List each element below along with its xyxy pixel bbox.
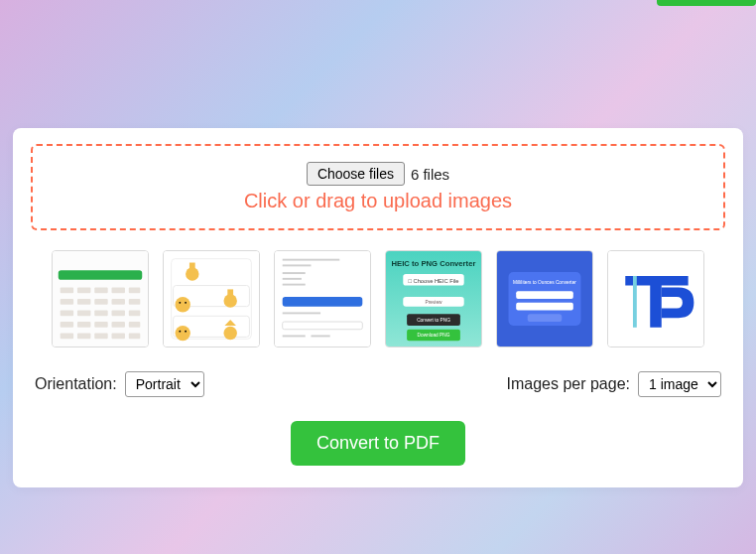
thumbnail-item[interactable]: [274, 250, 371, 347]
svg-rect-48: [283, 297, 363, 307]
svg-point-41: [223, 327, 236, 340]
svg-text:Milliliters to Ounces Converte: Milliliters to Ounces Converter: [513, 280, 576, 285]
svg-rect-51: [283, 335, 306, 337]
converter-panel: Choose files 6 files Click or drag to up…: [13, 128, 743, 487]
svg-point-38: [176, 326, 190, 341]
svg-text:HEIC to PNG Converter: HEIC to PNG Converter: [392, 259, 476, 268]
svg-point-40: [185, 331, 187, 333]
thumbnail-item[interactable]: HEIC to PNG Converter □ Choose HEIC File…: [385, 250, 482, 347]
svg-rect-49: [283, 312, 320, 314]
svg-rect-22: [61, 334, 73, 340]
svg-rect-70: [633, 276, 637, 328]
svg-rect-4: [94, 287, 107, 293]
thumbnail-image: Milliliters to Ounces Converter: [497, 251, 592, 346]
svg-rect-47: [283, 284, 306, 286]
svg-rect-67: [516, 303, 573, 311]
thumbnail-item[interactable]: Milliliters to Ounces Converter: [496, 250, 593, 347]
svg-rect-19: [94, 322, 107, 328]
choose-files-button[interactable]: Choose files: [307, 162, 405, 186]
svg-rect-6: [129, 287, 141, 293]
orientation-select[interactable]: Portrait: [125, 371, 204, 397]
orientation-label: Orientation:: [35, 375, 117, 393]
thumbnail-image: [608, 251, 703, 346]
svg-rect-15: [112, 311, 125, 317]
svg-point-32: [176, 297, 190, 312]
svg-rect-1: [59, 270, 142, 280]
svg-text:Preview: Preview: [425, 300, 442, 305]
svg-rect-2: [61, 287, 73, 293]
svg-point-33: [179, 302, 181, 304]
convert-button[interactable]: Convert to PDF: [291, 421, 465, 466]
thumbnail-image: [164, 251, 259, 346]
svg-rect-5: [112, 287, 125, 293]
svg-rect-18: [77, 322, 90, 328]
svg-rect-12: [61, 311, 73, 317]
svg-text:Convert to PNG: Convert to PNG: [417, 318, 450, 323]
thumbnail-item[interactable]: [607, 250, 704, 347]
svg-rect-8: [77, 299, 90, 305]
svg-text:□ Choose HEIC File: □ Choose HEIC File: [408, 278, 458, 284]
svg-rect-50: [283, 322, 363, 330]
thumbnail-image: HEIC to PNG Converter □ Choose HEIC File…: [386, 251, 481, 346]
svg-rect-66: [516, 291, 573, 299]
svg-rect-21: [129, 322, 141, 328]
per-page-control: Images per page: 1 image: [506, 371, 721, 397]
svg-rect-20: [112, 322, 125, 328]
per-page-select[interactable]: 1 image: [638, 371, 721, 397]
svg-rect-16: [129, 311, 141, 317]
svg-rect-44: [283, 264, 312, 266]
svg-rect-10: [112, 299, 125, 305]
svg-rect-9: [94, 299, 107, 305]
file-count-text: 6 files: [411, 166, 449, 183]
svg-rect-7: [61, 299, 73, 305]
svg-rect-45: [283, 272, 306, 274]
svg-rect-52: [311, 335, 329, 337]
orientation-control: Orientation: Portrait: [35, 371, 204, 397]
svg-rect-17: [61, 322, 73, 328]
svg-rect-30: [189, 263, 195, 273]
svg-rect-23: [77, 334, 90, 340]
svg-text:Download PNG: Download PNG: [418, 333, 450, 338]
svg-rect-46: [283, 278, 302, 280]
svg-rect-36: [227, 289, 233, 299]
svg-point-34: [185, 302, 187, 304]
thumbnail-item[interactable]: [163, 250, 260, 347]
svg-rect-25: [112, 334, 125, 340]
svg-rect-13: [77, 311, 90, 317]
file-input-row: Choose files 6 files: [49, 162, 707, 186]
header-accent-bar: [657, 0, 756, 6]
thumbnail-item[interactable]: [52, 250, 149, 347]
svg-rect-11: [129, 299, 141, 305]
upload-dropzone[interactable]: Choose files 6 files Click or drag to up…: [31, 144, 725, 230]
svg-rect-26: [129, 334, 141, 340]
svg-rect-43: [283, 259, 340, 261]
svg-point-39: [179, 331, 181, 333]
options-row: Orientation: Portrait Images per page: 1…: [31, 371, 725, 397]
thumbnail-image: [275, 251, 370, 346]
thumbnail-image: [53, 251, 148, 346]
svg-rect-14: [94, 311, 107, 317]
drop-instruction-text: Click or drag to upload images: [49, 190, 707, 212]
per-page-label: Images per page:: [506, 375, 630, 393]
svg-rect-24: [94, 334, 107, 340]
convert-row: Convert to PDF: [31, 421, 725, 466]
svg-rect-68: [528, 314, 563, 322]
thumbnail-strip: HEIC to PNG Converter □ Choose HEIC File…: [31, 250, 725, 347]
svg-rect-3: [77, 287, 90, 293]
